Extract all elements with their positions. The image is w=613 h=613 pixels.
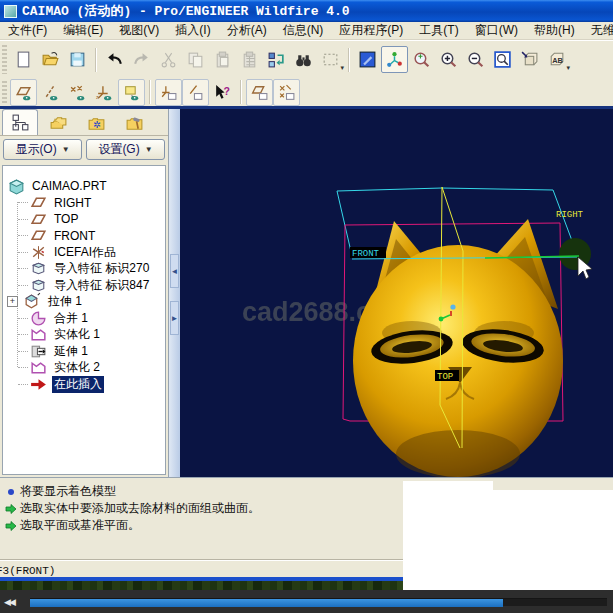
tree-item-root[interactable]: CAIMAO.PRT: [3, 178, 165, 195]
spin-center-button[interactable]: [381, 46, 408, 73]
menu-bar: 文件(F)编辑(E)视图(V)插入(I)分析(A)信息(N)应用程序(P)工具(…: [0, 22, 613, 40]
menu-视图V[interactable]: 视图(V): [111, 22, 167, 39]
save-file-button[interactable]: [64, 46, 91, 73]
expand-right-arrow[interactable]: ►: [170, 301, 179, 335]
tree-item-label[interactable]: 导入特征 标识847: [52, 277, 151, 294]
toolbar-separator: [149, 80, 151, 104]
blue-dot-icon: [4, 487, 18, 497]
repaint-button[interactable]: [354, 46, 381, 73]
tree-item-merge[interactable]: 合并 1: [3, 310, 165, 327]
svg-text:TOP: TOP: [437, 372, 453, 382]
tree-item-label[interactable]: TOP: [52, 212, 80, 226]
right-datum-label[interactable]: RIGHT: [556, 210, 584, 220]
axis-tags-button[interactable]: [182, 79, 209, 106]
datum-points-display-button[interactable]: [64, 79, 91, 106]
zoom-out-button[interactable]: [462, 46, 489, 73]
chevron-down-icon[interactable]: ▾: [340, 64, 344, 71]
zoom-in-button[interactable]: [435, 46, 462, 73]
tree-item-datum-plane[interactable]: FRONT: [3, 228, 165, 245]
tree-item-label[interactable]: 在此插入: [52, 376, 104, 393]
datum-planes-display-button[interactable]: [10, 79, 37, 106]
nav-tab-connections[interactable]: [116, 111, 152, 135]
tree-item-datum-plane[interactable]: TOP: [3, 211, 165, 228]
toolbar-grip[interactable]: [2, 45, 7, 75]
tree-item-label[interactable]: 实体化 2: [52, 359, 102, 376]
csys-tags-button[interactable]: [155, 79, 182, 106]
front-datum-label[interactable]: FRONT: [350, 247, 386, 259]
show-dropdown-button[interactable]: 显示(O) ▼: [3, 139, 82, 160]
tree-item-csys[interactable]: ICEFAI作品: [3, 244, 165, 261]
tree-item-solidify[interactable]: 实体化 2: [3, 360, 165, 377]
menu-文件F[interactable]: 文件(F): [0, 22, 55, 39]
top-datum-label[interactable]: TOP: [435, 370, 459, 382]
menu-信息N[interactable]: 信息(N): [275, 22, 332, 39]
saved-views-button[interactable]: [516, 46, 543, 73]
menu-无维网I[interactable]: 无维网I: [583, 22, 613, 39]
window-title: CAIMAO (活动的) - Pro/ENGINEER Wildfire 4.0: [22, 2, 350, 20]
copy-button: [182, 46, 209, 73]
select-rect-button[interactable]: ▾: [317, 46, 344, 73]
tree-item-extrude[interactable]: +拉伸 1: [3, 294, 165, 311]
tree-item-solidify[interactable]: 实体化 1: [3, 327, 165, 344]
nav-tab-model-tree[interactable]: [2, 109, 38, 135]
chevron-down-icon[interactable]: ▾: [566, 64, 570, 71]
undo-button[interactable]: [101, 46, 128, 73]
context-help-button[interactable]: ?: [209, 79, 236, 106]
menu-分析A[interactable]: 分析(A): [219, 22, 275, 39]
new-file-button[interactable]: [10, 46, 37, 73]
orient-mode-button[interactable]: [408, 46, 435, 73]
point-tags-button[interactable]: [273, 79, 300, 106]
nav-tab-favorites[interactable]: ✲: [78, 111, 114, 135]
chevron-down-icon: ▼: [62, 145, 70, 154]
tree-item-label[interactable]: 实体化 1: [52, 326, 102, 343]
svg-text:AB: AB: [552, 56, 563, 65]
open-file-button[interactable]: [37, 46, 64, 73]
annotation-display-button[interactable]: [118, 79, 145, 106]
tree-item-label[interactable]: FRONT: [52, 229, 97, 243]
tree-item-label[interactable]: RIGHT: [52, 196, 93, 210]
expand-toggle[interactable]: +: [7, 296, 18, 307]
settings-dropdown-button[interactable]: 设置(G) ▼: [86, 139, 165, 160]
menu-帮助H[interactable]: 帮助(H): [526, 22, 583, 39]
navigator-tabs: ✲: [0, 109, 168, 136]
plane-tags-button[interactable]: [246, 79, 273, 106]
title-bar[interactable]: CAIMAO (活动的) - Pro/ENGINEER Wildfire 4.0: [0, 0, 613, 22]
tree-item-label[interactable]: 拉伸 1: [46, 293, 84, 310]
navigator-splitter[interactable]: ◄ ►: [168, 109, 180, 477]
menu-插入I[interactable]: 插入(I): [167, 22, 218, 39]
svg-text:z: z: [96, 93, 99, 99]
tree-connector: [18, 384, 28, 385]
tree-item-datum-plane[interactable]: RIGHT: [3, 195, 165, 212]
tree-item-label[interactable]: 延伸 1: [52, 343, 90, 360]
nav-tab-folder-browser[interactable]: [40, 111, 76, 135]
tree-item-insert-here[interactable]: 在此插入: [3, 376, 165, 393]
find-button[interactable]: [290, 46, 317, 73]
menu-工具T[interactable]: 工具(T): [411, 22, 466, 39]
datum-axes-display-button[interactable]: [37, 79, 64, 106]
cut-button: [155, 46, 182, 73]
tree-item-import-feature[interactable]: 导入特征 标识847: [3, 277, 165, 294]
rewind-icon[interactable]: ◀◀: [4, 597, 30, 607]
menu-编辑E[interactable]: 编辑(E): [55, 22, 111, 39]
tree-item-label[interactable]: ICEFAI作品: [52, 244, 118, 261]
refit-button[interactable]: [489, 46, 516, 73]
menu-窗口W[interactable]: 窗口(W): [467, 22, 526, 39]
green-arrow-icon: [4, 503, 18, 515]
regenerate-button[interactable]: [263, 46, 290, 73]
menu-应用程序P[interactable]: 应用程序(P): [331, 22, 411, 39]
annotation-button[interactable]: AB▾: [543, 46, 570, 73]
tree-item-label[interactable]: CAIMAO.PRT: [30, 179, 108, 193]
video-progress-fill: [30, 599, 503, 607]
collapse-left-arrow[interactable]: ◄: [170, 254, 179, 288]
tree-item-import-feature[interactable]: 导入特征 标识270: [3, 261, 165, 278]
proe-window: CAIMAO (活动的) - Pro/ENGINEER Wildfire 4.0…: [0, 0, 613, 613]
csys-display-button[interactable]: z: [91, 79, 118, 106]
tree-item-extend[interactable]: 延伸 1: [3, 343, 165, 360]
graphics-viewport[interactable]: cad2688.com: [180, 109, 613, 477]
toolbar-grip[interactable]: [2, 81, 7, 103]
video-progress-track[interactable]: [30, 598, 607, 606]
tree-item-label[interactable]: 合并 1: [52, 310, 90, 327]
tree-connector: [18, 219, 28, 220]
tree-connector: [18, 367, 28, 368]
tree-item-label[interactable]: 导入特征 标识270: [52, 260, 151, 277]
